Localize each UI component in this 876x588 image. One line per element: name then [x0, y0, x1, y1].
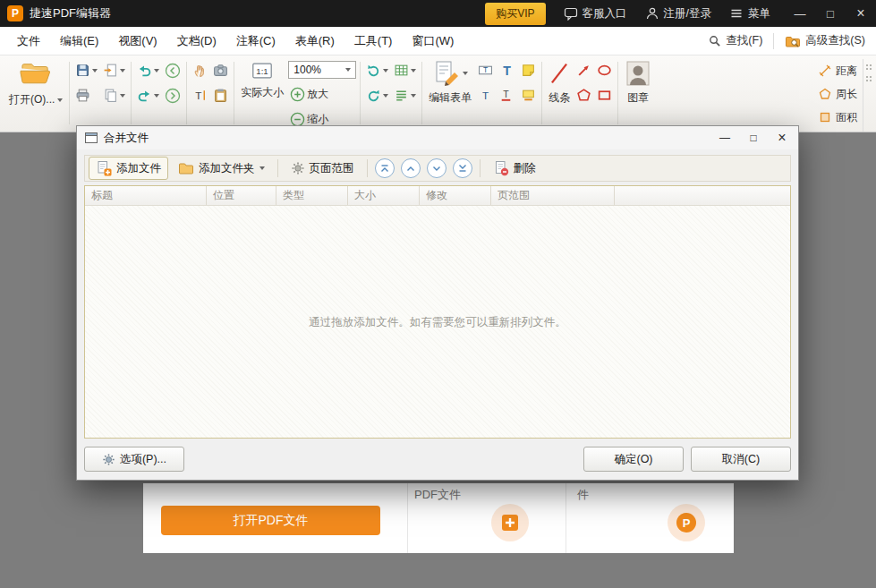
dialog-titlebar[interactable]: 合并文件 — □ × [77, 126, 798, 149]
text-tool-icon: T [478, 88, 493, 103]
add-file-label: 添加文件 [116, 161, 161, 176]
actual-size-button[interactable]: 1:1 实际大小 [237, 59, 287, 101]
caret-down-icon [383, 94, 388, 98]
support-entry-button[interactable]: 客服入口 [564, 6, 627, 21]
menu-item-view[interactable]: 视图(V) [108, 28, 166, 55]
move-up-button[interactable] [401, 158, 421, 178]
close-button[interactable]: × [846, 0, 876, 27]
redo-button[interactable] [135, 86, 161, 105]
next-view-button[interactable] [163, 86, 183, 105]
dialog-minimize-button[interactable]: — [710, 127, 739, 149]
add-file-button[interactable]: 添加文件 [89, 157, 168, 180]
app-menu-button[interactable]: 菜单 [729, 6, 770, 21]
arrow-tool-button[interactable] [574, 61, 593, 80]
list-tool-button[interactable] [392, 86, 418, 105]
gear-icon [291, 161, 305, 175]
minimize-icon: — [719, 132, 730, 144]
polygon-tool-button[interactable] [574, 86, 593, 105]
ok-button[interactable]: 确定(O) [583, 447, 684, 472]
open-label-wrap: 打开(O)... [9, 92, 63, 107]
perimeter-tool-button[interactable]: 周长 [819, 85, 857, 103]
text-field-button[interactable]: T [476, 61, 495, 80]
column-header-size[interactable]: 大小 [348, 186, 420, 205]
oval-tool-button[interactable] [595, 61, 614, 80]
distance-label: 距离 [836, 64, 857, 79]
maximize-button[interactable]: □ [815, 0, 846, 27]
zoom-level-select[interactable]: 100% [288, 61, 356, 79]
zoom-in-button[interactable]: 放大 [288, 85, 356, 104]
underline-text-button[interactable]: T [497, 86, 517, 105]
open-pdf-file-button[interactable]: 打开PDF文件 [161, 506, 380, 535]
select-text-button[interactable]: T [191, 86, 209, 105]
dialog-maximize-button[interactable]: □ [739, 127, 768, 149]
column-header-location[interactable]: 位置 [207, 186, 276, 205]
table-tool-button[interactable] [392, 61, 418, 80]
save-button[interactable] [73, 61, 99, 80]
toolbar-overflow-rail[interactable] [863, 59, 874, 132]
camera-icon [213, 63, 228, 78]
rotate-left-button[interactable] [364, 61, 390, 80]
menu-item-tools[interactable]: 工具(T) [344, 28, 403, 55]
rotate-right-button[interactable] [364, 86, 390, 105]
rectangle-tool-button[interactable] [595, 86, 614, 105]
distance-tool-button[interactable]: 距离 [819, 62, 857, 80]
menu-item-edit[interactable]: 编辑(E) [50, 28, 108, 55]
menu-item-comment[interactable]: 注释(C) [226, 28, 285, 55]
stamp-button[interactable]: 图章 [621, 59, 655, 107]
edit-form-button[interactable]: 编辑表单 [425, 59, 475, 107]
grip-icon [866, 64, 872, 71]
t-glyph: T [483, 65, 488, 74]
add-folder-button[interactable]: 添加文件夹 [171, 158, 272, 180]
print-button[interactable] [73, 86, 99, 105]
separator [541, 62, 542, 124]
highlight-button[interactable] [519, 86, 538, 105]
add-text-button[interactable]: T [497, 61, 517, 80]
line-tool-button[interactable]: 线条 [545, 59, 574, 107]
menu-item-document[interactable]: 文档(D) [167, 28, 226, 55]
add-folder-label: 添加文件夹 [199, 161, 255, 176]
forward-circle-icon [165, 88, 181, 104]
perimeter-icon [819, 88, 831, 100]
snapshot-button[interactable] [211, 61, 230, 80]
move-top-button[interactable] [375, 158, 395, 178]
move-down-button[interactable] [427, 158, 447, 178]
delete-button[interactable]: 删除 [486, 157, 543, 180]
text-tool-button[interactable]: T [476, 86, 495, 105]
column-header-modified[interactable]: 修改 [420, 186, 491, 205]
chevron-down-icon [431, 163, 442, 174]
create-pdf-button[interactable] [490, 503, 530, 542]
clipboard-button[interactable] [211, 86, 230, 105]
cancel-button[interactable]: 取消(C) [691, 447, 791, 472]
find-button[interactable]: 查找(F) [704, 30, 766, 52]
column-header-pagerange[interactable]: 页范围 [491, 186, 615, 205]
minimize-button[interactable]: — [785, 0, 815, 27]
zoom-level-value: 100% [293, 64, 321, 76]
export-button[interactable] [101, 61, 127, 80]
buy-vip-button[interactable]: 购买VIP [485, 3, 545, 25]
page-range-button[interactable]: 页面范围 [284, 158, 361, 180]
note-button[interactable] [519, 61, 538, 80]
table-icon [394, 63, 409, 78]
previous-view-button[interactable] [163, 61, 183, 80]
copy-button[interactable] [101, 86, 127, 105]
hand-tool-button[interactable] [191, 61, 209, 80]
login-button[interactable]: 注册/登录 [645, 6, 711, 21]
underline-t-icon: T [498, 88, 514, 103]
shape-column-2 [594, 59, 615, 107]
pdf-badge-button[interactable]: P [667, 503, 706, 542]
advanced-find-button[interactable]: 高级查找(S) [781, 30, 869, 52]
options-button[interactable]: 选项(P)... [84, 447, 184, 472]
menu-item-window[interactable]: 窗口(W) [402, 28, 464, 55]
close-icon: × [856, 5, 864, 21]
move-bottom-button[interactable] [453, 158, 472, 178]
undo-button[interactable] [135, 61, 161, 80]
menu-item-form[interactable]: 表单(R) [285, 28, 344, 55]
column-header-title[interactable]: 标题 [85, 186, 207, 205]
edit-form-icon-wrap [433, 60, 468, 87]
file-drop-area[interactable]: 通过拖放添加文件。如有需要您可以重新排列文件。 [85, 206, 790, 438]
column-header-type[interactable]: 类型 [276, 186, 348, 205]
area-tool-button[interactable]: 面积 [819, 108, 857, 126]
dialog-close-button[interactable]: × [768, 127, 796, 149]
menu-item-file[interactable]: 文件 [7, 28, 50, 55]
open-button[interactable]: 打开(O)... [5, 59, 66, 108]
